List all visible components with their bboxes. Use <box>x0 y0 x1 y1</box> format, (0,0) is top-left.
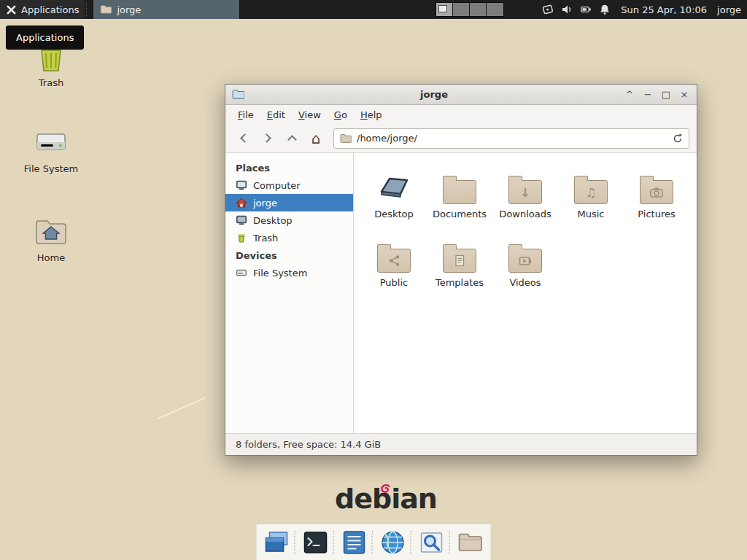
globe-icon <box>380 529 406 556</box>
folder-share-icon <box>377 249 411 273</box>
file-label: Music <box>578 209 605 219</box>
window-title: jorge <box>250 89 618 100</box>
desktop-icon-file-system[interactable]: File System <box>18 125 84 174</box>
file-label: Desktop <box>374 209 414 219</box>
text-editor-icon <box>341 529 368 556</box>
drive-icon <box>236 267 247 279</box>
folder-download-icon: ↓ <box>508 180 542 204</box>
debian-swirl-icon <box>380 484 391 494</box>
location-bar[interactable]: /home/jorge/ <box>333 128 689 149</box>
home-icon: ⌂ <box>311 131 321 146</box>
home-button[interactable]: ⌂ <box>305 128 327 149</box>
close-button[interactable]: × <box>678 89 690 101</box>
applications-menu-icon <box>6 4 17 15</box>
home-folder-icon <box>34 214 69 249</box>
terminal-icon <box>303 529 329 556</box>
volume-icon[interactable] <box>561 4 573 15</box>
forward-button[interactable] <box>257 128 279 149</box>
applications-menu-label: Applications <box>21 4 79 15</box>
workspace-4[interactable] <box>487 3 503 16</box>
dock-separator <box>411 531 414 554</box>
drive-icon <box>34 125 69 160</box>
dock-item-show-desktop[interactable] <box>262 527 293 558</box>
toolbar: ⌂ /home/jorge/ <box>225 124 697 153</box>
wallpaper-swoosh-line <box>158 397 206 419</box>
folder-pictures-icon <box>640 180 673 204</box>
sidebar-item-trash[interactable]: Trash <box>225 229 353 246</box>
workspace-2[interactable] <box>453 3 470 16</box>
debian-wordmark: debian <box>335 483 437 515</box>
file-item-documents[interactable]: Documents <box>427 163 492 228</box>
minimize-button[interactable]: − <box>642 89 654 101</box>
desktop-icon-label: Trash <box>39 77 63 88</box>
dock-separator <box>449 531 453 554</box>
forward-icon <box>262 133 271 143</box>
sidebar-item-label: jorge <box>253 198 277 209</box>
user-menu[interactable]: jorge <box>717 4 741 15</box>
top-panel: Applications jorge <box>0 0 747 19</box>
dock-item-file-manager[interactable] <box>455 527 486 558</box>
sidebar-item-computer[interactable]: Computer <box>225 176 353 194</box>
file-item-desktop[interactable]: Desktop <box>361 163 427 228</box>
music-note-icon: ♫ <box>575 181 607 203</box>
clock[interactable]: Sun 25 Apr, 10:06 <box>621 4 707 15</box>
file-item-pictures[interactable]: Pictures <box>624 163 689 228</box>
dock-separator <box>333 531 337 554</box>
file-label: Pictures <box>638 209 675 219</box>
file-item-downloads[interactable]: ↓ Downloads <box>492 163 558 228</box>
taskbar-button-label: jorge <box>117 4 141 15</box>
home-icon <box>236 197 247 209</box>
desktop-icon-home[interactable]: Home <box>18 214 84 263</box>
shade-button[interactable]: ^ <box>624 89 635 101</box>
tablet-icon[interactable] <box>542 4 554 15</box>
taskbar-button-jorge[interactable]: jorge <box>93 0 240 19</box>
computer-icon <box>236 179 247 191</box>
menu-help[interactable]: Help <box>354 107 389 122</box>
sidebar-item-desktop[interactable]: Desktop <box>225 211 353 229</box>
applications-menu-button[interactable]: Applications <box>0 0 85 19</box>
dock-item-text-editor[interactable] <box>339 527 370 558</box>
places-sidebar: Places Computer jorge <box>225 153 354 433</box>
sidebar-item-jorge[interactable]: jorge <box>225 194 353 211</box>
workspace-switcher[interactable] <box>436 2 504 17</box>
dock-item-app-finder[interactable] <box>417 527 447 558</box>
file-view[interactable]: Desktop Documents ↓ Downloads <box>354 153 697 433</box>
back-icon <box>240 133 249 143</box>
sidebar-item-label: Computer <box>253 180 301 191</box>
menu-file[interactable]: File <box>231 107 260 122</box>
file-item-templates[interactable]: Templates <box>427 232 492 296</box>
dock-separator <box>372 531 376 554</box>
dock-item-terminal[interactable] <box>301 527 331 558</box>
sidebar-item-label: Trash <box>253 233 278 244</box>
workspace-1[interactable] <box>436 3 453 16</box>
menubar: File Edit View Go Help <box>225 105 697 124</box>
menu-edit[interactable]: Edit <box>260 107 292 122</box>
status-text: 8 folders, Free space: 14.4 GiB <box>236 439 381 450</box>
desk-icon <box>376 163 411 204</box>
file-label: Templates <box>436 277 484 288</box>
file-item-videos[interactable]: Videos <box>492 232 558 296</box>
location-path[interactable]: /home/jorge/ <box>357 133 667 144</box>
back-button[interactable] <box>233 128 255 149</box>
titlebar[interactable]: jorge ^ − □ × <box>225 85 697 105</box>
folder-videos-icon <box>508 249 542 273</box>
workspace-3[interactable] <box>470 3 487 16</box>
up-button[interactable] <box>281 128 303 149</box>
maximize-button[interactable]: □ <box>660 89 672 101</box>
dock-item-web-browser[interactable] <box>378 527 409 558</box>
file-item-music[interactable]: ♫ Music <box>558 163 624 228</box>
trash-icon <box>236 232 247 244</box>
battery-icon[interactable] <box>580 4 592 15</box>
menu-view[interactable]: View <box>292 107 328 122</box>
share-icon <box>378 249 410 272</box>
menu-go[interactable]: Go <box>328 107 354 122</box>
desktop-icon-label: Home <box>37 252 65 263</box>
reload-button[interactable] <box>673 133 683 144</box>
sidebar-item-file-system[interactable]: File System <box>225 264 353 281</box>
folder-icon <box>443 180 476 204</box>
notifications-bell-icon[interactable] <box>599 4 611 15</box>
desktop-icon <box>236 214 247 226</box>
sidebar-item-label: File System <box>253 268 307 279</box>
file-label: Documents <box>433 209 487 219</box>
file-item-public[interactable]: Public <box>361 232 427 296</box>
